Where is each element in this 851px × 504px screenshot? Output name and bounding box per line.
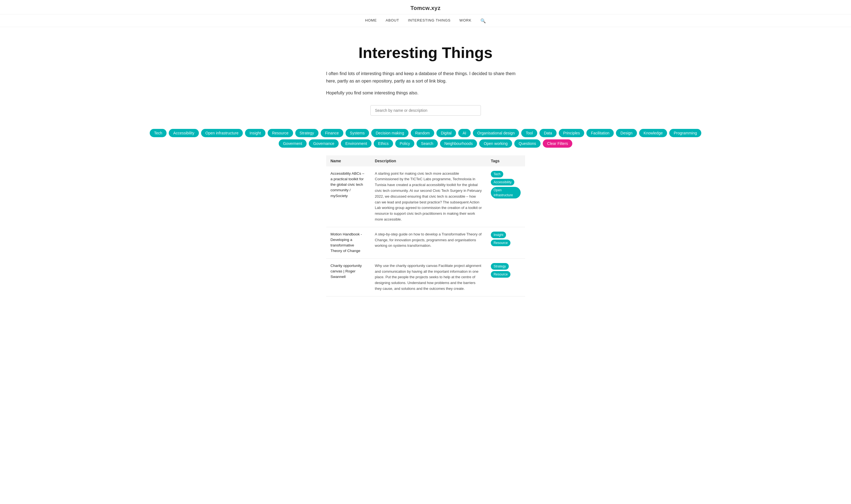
- tag-btn-strategy[interactable]: Strategy: [295, 129, 318, 137]
- tag-btn-facilitation[interactable]: Facilitation: [586, 129, 614, 137]
- row-description: A starting point for making civic tech m…: [370, 166, 486, 227]
- tag-btn-knowledge[interactable]: Knowledge: [639, 129, 667, 137]
- row-tag: Resource: [491, 239, 510, 246]
- tag-btn-neighbourhoods[interactable]: Neighbourhoods: [440, 139, 477, 148]
- tag-btn-resource[interactable]: Resource: [268, 129, 293, 137]
- tag-btn-finance[interactable]: Finance: [321, 129, 343, 137]
- tag-btn-systems[interactable]: Systems: [346, 129, 369, 137]
- tag-btn-open-infrastructure[interactable]: Open infrastructure: [201, 129, 243, 137]
- row-description: A step-by-step guide on how to develop a…: [370, 227, 486, 258]
- tag-btn-ethics[interactable]: Ethics: [374, 139, 393, 148]
- search-icon[interactable]: 🔍: [480, 18, 486, 23]
- tag-btn-search[interactable]: Search: [417, 139, 437, 148]
- row-tag: Accessibility: [491, 179, 514, 185]
- tag-btn-clear-filters[interactable]: Clear Filters: [543, 139, 572, 148]
- row-name: Accessibility ABCs – a practical toolkit…: [326, 166, 371, 227]
- tags-row-2: GovermentGovernanceEnvironmentEthicsPoli…: [5, 139, 846, 148]
- tag-btn-questions[interactable]: Questions: [514, 139, 540, 148]
- tag-btn-digital[interactable]: Digital: [436, 129, 456, 137]
- nav-interesting-things[interactable]: INTERESTING THINGS: [408, 18, 451, 23]
- tags-row-1: TechAccessibilityOpen infrastructureInsi…: [5, 129, 846, 137]
- hero-desc-2: Hopefully you find some interesting thin…: [326, 89, 525, 96]
- row-tag: Open infrastructure: [491, 187, 521, 198]
- col-name: Name: [326, 156, 371, 166]
- col-tags: Tags: [486, 156, 525, 166]
- main-nav: HOME ABOUT INTERESTING THINGS WORK 🔍: [0, 14, 851, 27]
- items-table: Name Description Tags Accessibility ABCs…: [326, 156, 525, 296]
- col-description: Description: [370, 156, 486, 166]
- site-title: Tomcw.xyz: [0, 5, 851, 11]
- table-row: Charity opportunity canvas | Roger Swann…: [326, 258, 525, 296]
- tag-btn-ai[interactable]: AI: [458, 129, 471, 137]
- search-container: [326, 105, 525, 116]
- row-name: Charity opportunity canvas | Roger Swann…: [326, 258, 371, 296]
- row-tag: Resource: [491, 271, 510, 278]
- nav-about[interactable]: ABOUT: [386, 18, 399, 23]
- tag-btn-decision-making[interactable]: Decision making: [371, 129, 409, 137]
- tag-btn-open-working[interactable]: Open working: [479, 139, 512, 148]
- row-name: Motion Handbook - Developing a transform…: [326, 227, 371, 258]
- table-row: Motion Handbook - Developing a transform…: [326, 227, 525, 258]
- row-tags: TechAccessibilityOpen infrastructure: [486, 166, 525, 227]
- row-tags: InsightResource: [486, 227, 525, 258]
- row-tag: Tech: [491, 171, 503, 178]
- hero-desc-1: I often find lots of interesting things …: [326, 70, 525, 85]
- tag-btn-environment[interactable]: Environment: [341, 139, 371, 148]
- row-tag: Insight: [491, 232, 506, 238]
- tags-section: TechAccessibilityOpen infrastructureInsi…: [0, 129, 851, 156]
- nav-work[interactable]: WORK: [459, 18, 471, 23]
- tag-btn-tool[interactable]: Tool: [521, 129, 537, 137]
- hero-description: I often find lots of interesting things …: [326, 70, 525, 97]
- table-container: Name Description Tags Accessibility ABCs…: [321, 156, 531, 307]
- table-row: Accessibility ABCs – a practical toolkit…: [326, 166, 525, 227]
- row-tag: Strategy: [491, 263, 509, 270]
- tag-btn-design[interactable]: Design: [616, 129, 637, 137]
- search-input[interactable]: [370, 105, 481, 116]
- tag-btn-insight[interactable]: Insight: [245, 129, 265, 137]
- tag-btn-tech[interactable]: Tech: [150, 129, 167, 137]
- tag-btn-governance[interactable]: Governance: [309, 139, 338, 148]
- tag-btn-principles[interactable]: Principles: [559, 129, 585, 137]
- row-tags: StrategyResource: [486, 258, 525, 296]
- row-description: Why use the charity opportunity canvas F…: [370, 258, 486, 296]
- tag-btn-accessibility[interactable]: Accessibility: [169, 129, 198, 137]
- tag-btn-organisational-design[interactable]: Organisational design: [473, 129, 519, 137]
- tag-btn-random[interactable]: Random: [411, 129, 434, 137]
- tag-btn-policy[interactable]: Policy: [395, 139, 414, 148]
- tag-btn-programming[interactable]: Programming: [669, 129, 701, 137]
- tag-btn-goverment[interactable]: Goverment: [279, 139, 307, 148]
- page-title: Interesting Things: [326, 43, 525, 61]
- hero-section: Interesting Things I often find lots of …: [321, 27, 531, 129]
- tag-btn-data[interactable]: Data: [539, 129, 557, 137]
- nav-home[interactable]: HOME: [365, 18, 377, 23]
